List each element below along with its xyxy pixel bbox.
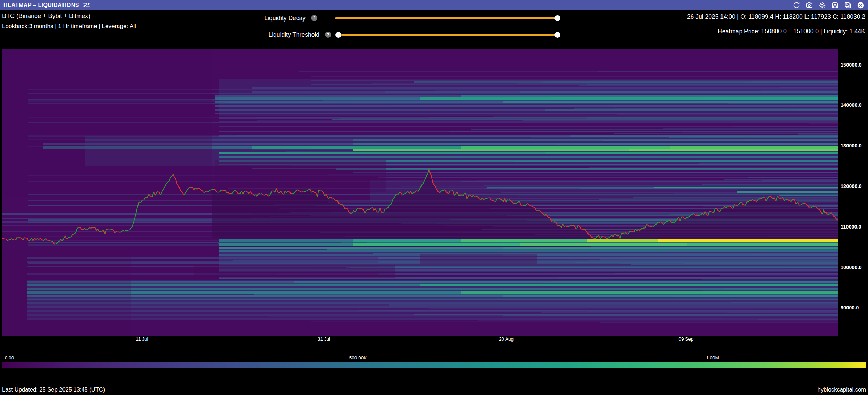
liquidation-band bbox=[252, 87, 838, 89]
texture-streak bbox=[389, 304, 838, 306]
texture-streak bbox=[669, 137, 838, 138]
liquidation-band bbox=[215, 109, 545, 111]
texture-streak bbox=[597, 71, 838, 72]
page-title: HEATMAP – LIQUIDATIONS bbox=[3, 2, 79, 8]
texture-streak bbox=[471, 129, 838, 130]
price-axis-label: 140000.0 bbox=[841, 102, 861, 108]
texture-streak bbox=[589, 260, 838, 261]
liquidation-band bbox=[27, 318, 838, 320]
liquidation-band bbox=[487, 187, 654, 188]
texture-streak bbox=[341, 242, 838, 243]
liquidation-band bbox=[353, 139, 838, 141]
candle-ohlc-readout: 26 Jul 2025 14:00 | O: 118099.4 H: 11820… bbox=[687, 13, 865, 20]
date-axis-label: 11 Jul bbox=[136, 336, 148, 342]
liquidity-decay-label: Liquidity Decay bbox=[222, 15, 306, 22]
texture-streak bbox=[599, 199, 838, 200]
liquidation-band bbox=[27, 306, 838, 308]
liquidation-band bbox=[27, 299, 838, 300]
texture-streak bbox=[327, 249, 838, 250]
liquidation-band bbox=[219, 152, 545, 154]
texture-streak bbox=[711, 252, 838, 252]
texture-streak bbox=[609, 287, 838, 287]
liquidation-band bbox=[629, 149, 838, 151]
liquidation-band bbox=[215, 97, 420, 100]
liquidation-band bbox=[294, 281, 838, 283]
liquidation-band bbox=[461, 239, 587, 242]
liquidation-band bbox=[779, 195, 838, 196]
liquidation-band bbox=[353, 143, 838, 145]
screenshot-camera-icon[interactable] bbox=[806, 1, 813, 9]
liquidation-band bbox=[353, 172, 838, 173]
liquidation-band bbox=[587, 84, 838, 85]
close-icon[interactable] bbox=[857, 1, 865, 9]
price-axis-label: 150000.0 bbox=[841, 62, 861, 68]
liquidity-threshold-slider[interactable] bbox=[339, 34, 558, 36]
date-axis-label: 20 Aug bbox=[499, 336, 514, 342]
refresh-icon[interactable] bbox=[793, 1, 800, 9]
liquidation-band bbox=[503, 295, 838, 297]
liquidation-band bbox=[215, 95, 461, 97]
texture-streak bbox=[421, 179, 838, 179]
filter-sliders-icon[interactable] bbox=[83, 1, 90, 9]
liquidity-threshold-label: Liquidity Threshold bbox=[222, 31, 319, 38]
texture-streak bbox=[470, 175, 838, 175]
liquidation-band bbox=[27, 288, 838, 290]
liquidation-band bbox=[219, 156, 838, 158]
liquidation-band bbox=[503, 247, 838, 249]
liquidity-threshold-thumb-low[interactable] bbox=[335, 32, 341, 38]
texture-streak bbox=[637, 183, 838, 183]
liquidation-band bbox=[219, 121, 838, 122]
liquidation-band bbox=[587, 117, 838, 119]
titlebar-actions bbox=[793, 1, 868, 9]
liquidation-band bbox=[545, 109, 838, 111]
liquidation-band bbox=[737, 191, 838, 193]
liquidity-threshold-help-icon[interactable]: ? bbox=[325, 32, 331, 38]
texture-streak bbox=[291, 256, 838, 256]
liquidation-band bbox=[219, 126, 838, 127]
consumed-zone bbox=[194, 265, 395, 278]
site-link[interactable]: hyblockcapital.com bbox=[818, 386, 866, 393]
overlay-toggle-icon[interactable] bbox=[844, 1, 852, 9]
colorbar-scale-label: 0.00 bbox=[5, 355, 14, 360]
liquidity-threshold-thumb-high[interactable] bbox=[554, 32, 560, 38]
colorbar-scale-label: 500.00K bbox=[349, 355, 367, 360]
liquidation-heatmap-plot[interactable] bbox=[2, 49, 838, 336]
colorbar-scale-label: 1.00M bbox=[706, 355, 719, 360]
liquidation-band bbox=[215, 113, 838, 114]
liquidation-band bbox=[252, 91, 520, 93]
liquidation-band bbox=[27, 314, 838, 316]
price-axis-label: 90000.0 bbox=[841, 305, 859, 310]
texture-streak bbox=[790, 176, 838, 177]
price-axis-label: 100000.0 bbox=[841, 265, 861, 270]
consumed-zone bbox=[215, 160, 386, 192]
price-axis-label: 130000.0 bbox=[841, 143, 861, 148]
save-floppy-icon[interactable] bbox=[831, 1, 839, 9]
liquidation-band bbox=[378, 273, 838, 275]
liquidation-band bbox=[461, 291, 838, 294]
settings-gear-icon[interactable] bbox=[818, 1, 826, 9]
texture-streak bbox=[702, 290, 838, 290]
liquidation-band bbox=[461, 181, 838, 182]
liquidation-band bbox=[503, 254, 838, 256]
heatmap-hover-readout: Heatmap Price: 150800.0 – 151000.0 | Liq… bbox=[718, 28, 865, 35]
instrument-label: BTC (Binance + Bybit + Bitmex) bbox=[2, 12, 90, 20]
liquidation-band bbox=[503, 101, 838, 103]
texture-streak bbox=[604, 312, 838, 312]
liquidation-band bbox=[461, 146, 670, 149]
liquidation-band bbox=[219, 239, 353, 242]
texture-streak bbox=[523, 120, 838, 121]
liquidity-decay-help-icon[interactable]: ? bbox=[311, 15, 317, 21]
liquidation-band bbox=[461, 95, 838, 97]
liquidation-band bbox=[336, 168, 838, 170]
texture-streak bbox=[806, 85, 838, 86]
liquidity-decay-thumb[interactable] bbox=[554, 15, 560, 21]
liquidity-decay-slider[interactable] bbox=[335, 17, 558, 19]
consumed-zone bbox=[420, 254, 537, 264]
liquidation-band bbox=[311, 80, 838, 81]
liquidity-colorbar bbox=[2, 362, 866, 368]
liquidation-band bbox=[353, 149, 629, 151]
texture-streak bbox=[486, 321, 838, 321]
liquidation-band bbox=[27, 302, 838, 304]
liquidation-band bbox=[215, 101, 503, 103]
liquidation-band bbox=[420, 97, 838, 100]
